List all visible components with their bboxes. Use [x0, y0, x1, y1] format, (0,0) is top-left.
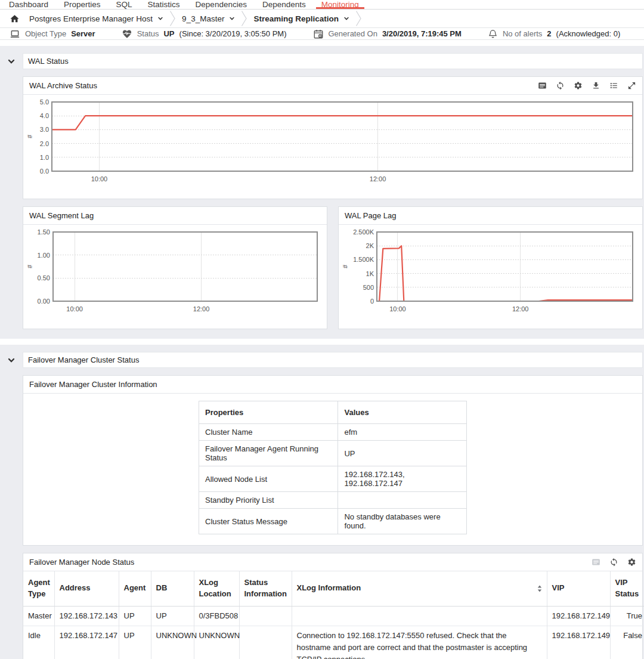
node-status-cell: UNKNOWN: [151, 626, 194, 659]
svg-text:2.500K: 2.500K: [353, 228, 374, 236]
chevron-down-icon: [157, 16, 163, 21]
svg-text:1K: 1K: [366, 270, 374, 277]
wal-collapse-chevron-icon[interactable]: [0, 58, 23, 65]
cluster-info-cell: Allowed Node List: [199, 466, 338, 492]
cluster-info-row: Cluster Status MessageNo standby databas…: [199, 509, 467, 534]
svg-text:2.0: 2.0: [40, 140, 49, 147]
node-status-row: Idle192.168.172.147UPUNKNOWNUNKNOWN Conn…: [23, 626, 644, 659]
cluster-info-header: Properties: [199, 401, 338, 424]
node-status-header-agent-type: Agent Type: [23, 571, 54, 606]
svg-text:0.00: 0.00: [38, 298, 50, 305]
svg-text:#: #: [26, 264, 33, 268]
svg-text:1.500K: 1.500K: [353, 256, 374, 263]
node-status-header-vip: VIP: [547, 571, 610, 606]
cluster-info-cell: Standby Priority List: [199, 492, 338, 509]
sort-icon[interactable]: [537, 585, 542, 592]
svg-text:5.0: 5.0: [40, 98, 49, 106]
list-icon[interactable]: [609, 81, 618, 90]
svg-text:#: #: [342, 264, 349, 268]
tab-dashboard[interactable]: Dashboard: [4, 0, 54, 9]
node-status-cell: [239, 606, 292, 626]
alerts-item: No of alerts 2 (Acknowledged: 0): [488, 29, 620, 39]
bell-icon: [488, 29, 498, 39]
alerts-suffix: (Acknowledged: 0): [556, 29, 621, 38]
breadcrumb: Postgres Enterprise Manager Host9_3_Mast…: [0, 10, 644, 28]
cluster-info-cell: efm: [338, 424, 467, 441]
settings-icon[interactable]: [627, 558, 636, 567]
settings-icon[interactable]: [574, 81, 583, 90]
node-status-row: Master192.168.172.143UPUP0/3FBD508 192.1…: [23, 606, 644, 626]
tab-dependents[interactable]: Dependents: [257, 0, 311, 9]
cluster-info-row: Failover Manager Agent Running StatusUP: [199, 441, 467, 466]
tab-dependencies[interactable]: Dependencies: [190, 0, 252, 9]
panel-title-cluster-info: Failover Manager Cluster Information: [29, 380, 157, 389]
status-since: (Since: 3/20/2019, 3:05:50 PM): [179, 29, 287, 38]
tab-statistics[interactable]: Statistics: [143, 0, 185, 9]
panel-wal-segment-lag: WAL Segment Lag 0.000.501.001.5010:0012:…: [23, 206, 327, 329]
status-label: Status: [137, 29, 159, 38]
section-title-failover: Failover Manager Cluster Status: [23, 352, 643, 368]
wal-segment-lag-chart: 0.000.501.001.5010:0012:00#: [26, 227, 322, 317]
object-type-value: Server: [71, 29, 95, 38]
status-item: Status UP (Since: 3/20/2019, 3:05:50 PM): [122, 29, 287, 39]
tab-bar: DashboardPropertiesSQLStatisticsDependen…: [0, 0, 644, 10]
svg-text:12:00: 12:00: [193, 305, 210, 313]
node-status-cell: UP: [151, 606, 194, 626]
column-label: XLog Information: [297, 583, 361, 594]
refresh-icon[interactable]: [556, 81, 565, 90]
cluster-info-row: Cluster Nameefm: [199, 424, 467, 441]
panel-title-node-status: Failover Manager Node Status: [29, 558, 134, 567]
status-value: UP: [163, 29, 174, 38]
legend-icon[interactable]: [538, 81, 547, 90]
node-status-cell: False: [610, 626, 644, 659]
tab-sql[interactable]: SQL: [111, 0, 138, 9]
download-icon[interactable]: [592, 81, 600, 90]
breadcrumb-item-postgres-enterprise-manager-host[interactable]: Postgres Enterprise Manager Host: [26, 14, 167, 23]
node-status-cell: 192.168.172.149: [547, 606, 610, 626]
cluster-info-row: Allowed Node List192.168.172.143, 192.16…: [199, 466, 467, 492]
cluster-info-row: Standby Priority List: [199, 492, 467, 509]
node-status-cell: UP: [119, 626, 151, 659]
svg-text:1.0: 1.0: [40, 154, 49, 161]
failover-collapse-chevron-icon[interactable]: [0, 357, 23, 364]
breadcrumb-item-9-3-master[interactable]: 9_3_Master: [178, 14, 239, 23]
home-icon[interactable]: [10, 14, 20, 24]
node-status-header-xlog-information[interactable]: XLog Information: [292, 571, 547, 606]
svg-text:12:00: 12:00: [512, 305, 529, 313]
node-status-cell: UP: [119, 606, 151, 626]
svg-text:2K: 2K: [366, 242, 374, 249]
cluster-info-header: Values: [338, 401, 467, 424]
object-type-label: Object Type: [25, 29, 66, 38]
breadcrumb-separator-icon: [241, 10, 247, 27]
refresh-icon[interactable]: [609, 558, 618, 567]
tab-monitoring[interactable]: Monitoring: [316, 0, 364, 9]
cluster-info-cell: No standby databases were found.: [338, 509, 467, 534]
svg-text:12:00: 12:00: [370, 175, 386, 182]
breadcrumb-item-streaming-replication[interactable]: Streaming Replication: [250, 14, 353, 23]
svg-text:0.0: 0.0: [40, 168, 49, 175]
node-status-cell: [292, 606, 547, 626]
cluster-info-cell: Failover Manager Agent Running Status: [199, 441, 338, 466]
cluster-info-cell: Cluster Status Message: [199, 509, 338, 534]
svg-text:1.50: 1.50: [38, 228, 50, 236]
node-status-table: Agent TypeAddressAgentDBXLog LocationSta…: [23, 571, 644, 659]
cluster-info-cell: UP: [338, 441, 467, 466]
node-status-cell: Master: [23, 606, 54, 626]
svg-text:0: 0: [370, 298, 374, 305]
wal-archive-status-chart: 0.01.02.03.04.05.010:0012:00#: [26, 97, 637, 187]
svg-text:0.50: 0.50: [38, 274, 50, 281]
expand-icon[interactable]: [627, 81, 636, 90]
breadcrumb-separator-icon: [169, 10, 176, 27]
svg-text:4.0: 4.0: [40, 112, 49, 119]
node-status-header-status-information: Status Information: [239, 571, 292, 606]
node-status-header-db: DB: [151, 571, 194, 606]
cluster-info-cell: [338, 492, 467, 509]
panel-title-wal-segment: WAL Segment Lag: [29, 211, 94, 220]
node-status-header-agent: Agent: [119, 571, 151, 606]
section-failover-cluster-status: Failover Manager Cluster Status Failover…: [0, 345, 644, 659]
tab-properties[interactable]: Properties: [58, 0, 106, 9]
cluster-info-cell: 192.168.172.143, 192.168.172.147: [338, 466, 467, 492]
section-title-wal: WAL Status: [23, 53, 643, 69]
node-status-cell: Connection to 192.168.172.147:5550 refus…: [292, 626, 547, 659]
page: DashboardPropertiesSQLStatisticsDependen…: [0, 0, 644, 659]
